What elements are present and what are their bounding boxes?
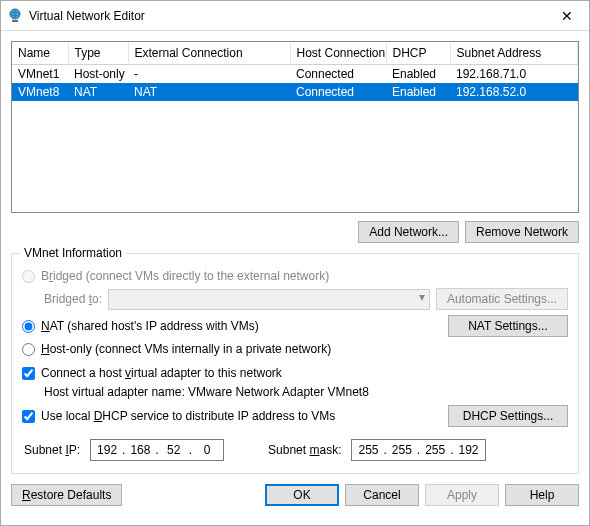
window-title: Virtual Network Editor <box>29 9 545 23</box>
group-legend: VMnet Information <box>20 246 126 260</box>
titlebar: Virtual Network Editor ✕ <box>1 1 589 31</box>
svg-rect-1 <box>12 20 18 22</box>
table-header-row: Name Type External Connection Host Conne… <box>12 42 578 65</box>
hostonly-radio[interactable] <box>22 343 35 356</box>
restore-defaults-button[interactable]: Restore Defaults <box>11 484 122 506</box>
cancel-button[interactable]: Cancel <box>345 484 419 506</box>
host-adapter-name: Host virtual adapter name: VMware Networ… <box>22 385 568 399</box>
add-network-button[interactable]: Add Network... <box>358 221 459 243</box>
cell-dhcp: Enabled <box>386 65 450 84</box>
cell-external: - <box>128 65 290 84</box>
dhcp-settings-button[interactable]: DHCP Settings... <box>448 405 568 427</box>
nat-radio-label[interactable]: NAT (shared host's IP address with VMs) <box>22 319 259 333</box>
bridged-to-label: Bridged to: <box>44 292 102 306</box>
cell-type: NAT <box>68 83 128 101</box>
cell-name: VMnet1 <box>12 65 68 84</box>
close-button[interactable]: ✕ <box>545 1 589 31</box>
nat-settings-button[interactable]: NAT Settings... <box>448 315 568 337</box>
subnet-mask-input[interactable]: 255. 255. 255. 192 <box>351 439 485 461</box>
cell-name: VMnet8 <box>12 83 68 101</box>
vmnet-information-group: VMnet Information Bridged (connect VMs d… <box>11 253 579 474</box>
cell-type: Host-only <box>68 65 128 84</box>
table-row[interactable]: VMnet8 NAT NAT Connected Enabled 192.168… <box>12 83 578 101</box>
cell-host: Connected <box>290 65 386 84</box>
cell-external: NAT <box>128 83 290 101</box>
connect-host-checkbox-label[interactable]: Connect a host virtual adapter to this n… <box>22 366 282 380</box>
help-button[interactable]: Help <box>505 484 579 506</box>
col-type[interactable]: Type <box>68 42 128 65</box>
bridged-radio-label[interactable]: Bridged (connect VMs directly to the ext… <box>22 269 329 283</box>
app-icon <box>7 8 23 24</box>
bridged-radio[interactable] <box>22 270 35 283</box>
nat-radio[interactable] <box>22 320 35 333</box>
cell-subnet: 192.168.71.0 <box>450 65 578 84</box>
use-dhcp-checkbox[interactable] <box>22 410 35 423</box>
hostonly-radio-label[interactable]: Host-only (connect VMs internally in a p… <box>22 342 331 356</box>
col-name[interactable]: Name <box>12 42 68 65</box>
use-dhcp-checkbox-label[interactable]: Use local DHCP service to distribute IP … <box>22 409 335 423</box>
subnet-mask-label: Subnet mask: <box>268 443 341 457</box>
col-external[interactable]: External Connection <box>128 42 290 65</box>
col-subnet[interactable]: Subnet Address <box>450 42 578 65</box>
close-icon: ✕ <box>561 8 573 24</box>
apply-button: Apply <box>425 484 499 506</box>
cell-subnet: 192.168.52.0 <box>450 83 578 101</box>
automatic-settings-button: Automatic Settings... <box>436 288 568 310</box>
subnet-ip-label: Subnet IP: <box>24 443 80 457</box>
cell-dhcp: Enabled <box>386 83 450 101</box>
network-table[interactable]: Name Type External Connection Host Conne… <box>11 41 579 213</box>
bridged-to-select <box>108 289 430 310</box>
col-host[interactable]: Host Connection <box>290 42 386 65</box>
subnet-ip-input[interactable]: 192. 168. 52. 0 <box>90 439 224 461</box>
col-dhcp[interactable]: DHCP <box>386 42 450 65</box>
connect-host-checkbox[interactable] <box>22 367 35 380</box>
ok-button[interactable]: OK <box>265 484 339 506</box>
table-row[interactable]: VMnet1 Host-only - Connected Enabled 192… <box>12 65 578 84</box>
remove-network-button[interactable]: Remove Network <box>465 221 579 243</box>
cell-host: Connected <box>290 83 386 101</box>
